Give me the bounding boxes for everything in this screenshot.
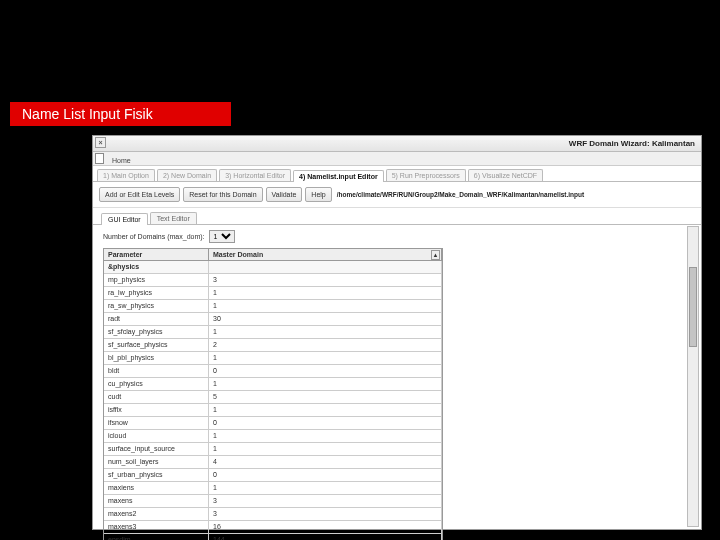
param-name: icloud	[104, 430, 209, 442]
table-row: maxiens1	[104, 482, 442, 495]
table-row: bl_pbl_physics1	[104, 352, 442, 365]
scroll-up-icon[interactable]: ▲	[431, 250, 440, 260]
table-row: surface_input_source1	[104, 443, 442, 456]
validate-button[interactable]: Validate	[266, 187, 303, 202]
tab-visualize-netcdf[interactable]: 6) Visualize NetCDF	[468, 169, 543, 181]
param-value[interactable]: 0	[209, 365, 442, 377]
param-name: &physics	[104, 261, 209, 273]
col-parameter: Parameter	[104, 249, 209, 260]
param-value[interactable]: 3	[209, 274, 442, 286]
param-value[interactable]: 2	[209, 339, 442, 351]
param-value[interactable]: 3	[209, 495, 442, 507]
param-value[interactable]: 4	[209, 456, 442, 468]
tab-namelist-input-editor[interactable]: 4) Namelist.input Editor	[293, 170, 384, 182]
table-row: maxens23	[104, 508, 442, 521]
param-name: surface_input_source	[104, 443, 209, 455]
param-name: sf_surface_physics	[104, 339, 209, 351]
param-name: ifsnow	[104, 417, 209, 429]
title-bar: × WRF Domain Wizard: Kalimantan	[93, 136, 701, 152]
param-value[interactable]: 5	[209, 391, 442, 403]
table-row: bldt0	[104, 365, 442, 378]
param-name: ra_lw_physics	[104, 287, 209, 299]
param-value[interactable]: 30	[209, 313, 442, 325]
col-master-domain: Master Domain ▲	[209, 249, 442, 260]
scrollbar-thumb[interactable]	[689, 267, 697, 347]
param-value[interactable]: 1	[209, 287, 442, 299]
table-header: Parameter Master Domain ▲	[104, 249, 442, 261]
tab-horizontal-editor[interactable]: 3) Horizontal Editor	[219, 169, 291, 181]
table-row: ifsnow0	[104, 417, 442, 430]
param-name: mp_physics	[104, 274, 209, 286]
col-master-domain-label: Master Domain	[213, 251, 263, 258]
table-row: isfflx1	[104, 404, 442, 417]
param-value[interactable]: 16	[209, 521, 442, 533]
home-icon[interactable]	[95, 153, 104, 164]
param-name: isfflx	[104, 404, 209, 416]
table-row: &physics	[104, 261, 442, 274]
subtab-text-editor[interactable]: Text Editor	[150, 212, 197, 224]
table-row: mp_physics3	[104, 274, 442, 287]
param-name: num_soil_layers	[104, 456, 209, 468]
help-button[interactable]: Help	[305, 187, 331, 202]
table-row: num_soil_layers4	[104, 456, 442, 469]
domain-count-select[interactable]: 1	[209, 230, 235, 243]
tab-run-preprocessors[interactable]: 5) Run Preprocessors	[386, 169, 466, 181]
param-name: cudt	[104, 391, 209, 403]
param-name: maxens	[104, 495, 209, 507]
table-row: sf_urban_physics0	[104, 469, 442, 482]
tab-main-option[interactable]: 1) Main Option	[97, 169, 155, 181]
param-value[interactable]: 1	[209, 352, 442, 364]
param-value[interactable]: 1	[209, 378, 442, 390]
table-row: sf_sfclay_physics1	[104, 326, 442, 339]
param-name: ra_sw_physics	[104, 300, 209, 312]
table-row: sf_surface_physics2	[104, 339, 442, 352]
domain-count-row: Number of Domains (max_dom): 1	[93, 225, 701, 248]
domain-count-label: Number of Domains (max_dom):	[103, 233, 205, 240]
main-tab-strip: 1) Main Option 2) New Domain 3) Horizont…	[93, 166, 701, 182]
param-value[interactable]: 3	[209, 508, 442, 520]
table-row: cudt5	[104, 391, 442, 404]
tab-new-domain[interactable]: 2) New Domain	[157, 169, 217, 181]
param-value[interactable]: 0	[209, 417, 442, 429]
wrf-domain-wizard-window: × WRF Domain Wizard: Kalimantan Home 1) …	[92, 135, 702, 530]
param-value[interactable]: 1	[209, 300, 442, 312]
table-row: maxens316	[104, 521, 442, 534]
param-value[interactable]: 1	[209, 443, 442, 455]
param-value[interactable]	[209, 261, 442, 273]
param-name: sf_urban_physics	[104, 469, 209, 481]
editor-subtab-strip: GUI Editor Text Editor	[93, 208, 701, 225]
table-row: ra_lw_physics1	[104, 287, 442, 300]
toolbar: Add or Edit Eta Levels Reset for this Do…	[93, 182, 701, 208]
subtab-gui-editor[interactable]: GUI Editor	[101, 213, 148, 225]
table-row: ra_sw_physics1	[104, 300, 442, 313]
param-name: sf_sfclay_physics	[104, 326, 209, 338]
param-value[interactable]: 1	[209, 326, 442, 338]
param-value[interactable]: 0	[209, 469, 442, 481]
table-row: icloud1	[104, 430, 442, 443]
param-value[interactable]: 1	[209, 430, 442, 442]
namelist-path: /home/climate/WRF/RUN/Group2/Make_Domain…	[337, 191, 584, 198]
param-name: ensdim	[104, 534, 209, 540]
param-name: maxiens	[104, 482, 209, 494]
table-row: cu_physics1	[104, 378, 442, 391]
menu-home[interactable]: Home	[112, 157, 131, 164]
param-name: bldt	[104, 365, 209, 377]
table-row: ensdim144	[104, 534, 442, 540]
param-name: radt	[104, 313, 209, 325]
param-value[interactable]: 1	[209, 404, 442, 416]
eta-levels-button[interactable]: Add or Edit Eta Levels	[99, 187, 180, 202]
window-title: WRF Domain Wizard: Kalimantan	[569, 139, 695, 148]
param-name: maxens3	[104, 521, 209, 533]
vertical-scrollbar[interactable]	[687, 226, 699, 527]
parameter-table: Parameter Master Domain ▲ &physicsmp_phy…	[103, 248, 443, 540]
param-name: maxens2	[104, 508, 209, 520]
close-icon[interactable]: ×	[95, 137, 106, 148]
table-row: maxens3	[104, 495, 442, 508]
param-name: bl_pbl_physics	[104, 352, 209, 364]
reset-domain-button[interactable]: Reset for this Domain	[183, 187, 262, 202]
param-name: cu_physics	[104, 378, 209, 390]
param-value[interactable]: 144	[209, 534, 442, 540]
table-row: radt30	[104, 313, 442, 326]
param-value[interactable]: 1	[209, 482, 442, 494]
menu-bar: Home	[93, 152, 701, 166]
